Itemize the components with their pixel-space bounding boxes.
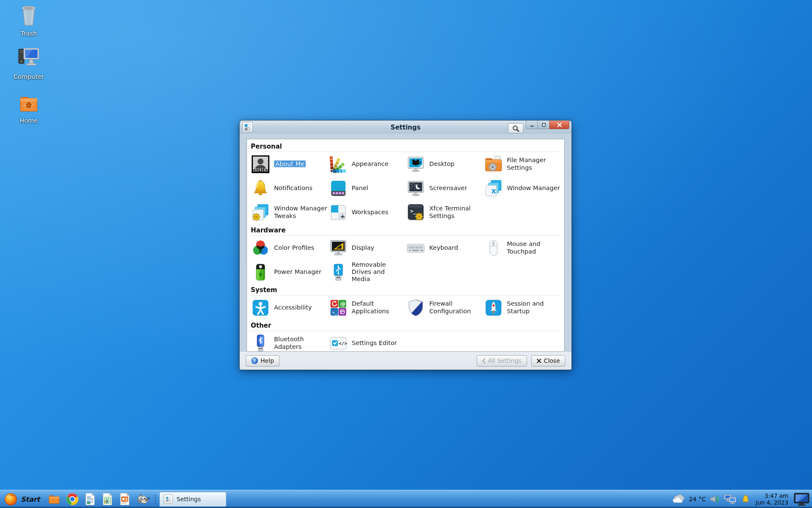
desktop: { "desktop": { "icons": [ { "label": "Tr… — [0, 0, 812, 508]
terminal-settings-icon: >_ — [406, 203, 425, 222]
close-button[interactable] — [549, 121, 569, 129]
settings-task-icon — [164, 494, 173, 504]
appearance-icon — [329, 155, 348, 174]
close-window-button[interactable]: Close — [531, 355, 565, 367]
taskbar-task-settings[interactable]: Settings — [159, 492, 226, 507]
settings-item-window-manager[interactable]: x Window Manager — [483, 176, 561, 200]
item-label: Window Manager — [507, 185, 560, 192]
item-label: Xfce Terminal Settings — [429, 205, 483, 219]
settings-item-default-applications[interactable]: @ >_ Default Applications — [328, 295, 406, 320]
all-settings-button[interactable]: All Settings — [477, 355, 527, 367]
clock-date: Jun 4, 2023 — [756, 499, 788, 506]
start-button[interactable]: Start — [3, 492, 44, 507]
settings-item-settings-editor[interactable]: </> Settings Editor — [328, 331, 406, 352]
settings-item-removable-drives-and-media[interactable]: Removable Drives and Media — [328, 260, 406, 284]
quick-launch — [48, 493, 150, 505]
chevron-left-icon — [482, 358, 486, 364]
notification-bell-indicator[interactable] — [741, 494, 750, 504]
impress-launcher[interactable] — [119, 493, 131, 505]
home-folder-icon — [18, 108, 39, 116]
clock[interactable]: 3:47 am Jun 4, 2023 — [756, 492, 788, 506]
search-button[interactable] — [508, 123, 524, 133]
settings-item-color-profiles[interactable]: Color Profiles — [250, 236, 328, 260]
notifications-bell-icon — [251, 179, 270, 198]
close-x-icon — [537, 359, 541, 363]
keyboard-icon — [406, 238, 425, 258]
titlebar[interactable]: Settings — [240, 121, 571, 134]
item-label: Appearance — [352, 160, 389, 168]
settings-item-session-and-startup[interactable]: Session and Startup — [483, 295, 561, 320]
settings-item-file-manager-settings[interactable]: File Manager Settings — [483, 152, 561, 176]
settings-item-window-manager-tweaks[interactable]: Window Manager Tweaks — [250, 200, 328, 224]
about-me-icon: 1829102 — [251, 155, 270, 174]
chrome-icon — [66, 493, 79, 505]
settings-item-about-me[interactable]: 1829102 About Me — [250, 152, 328, 176]
settings-item-display[interactable]: Display — [328, 236, 406, 260]
clock-time: 3:47 am — [756, 492, 788, 499]
weather-indicator[interactable]: 24 °C — [672, 494, 706, 504]
network-indicator[interactable] — [724, 494, 737, 504]
personal-items: 1829102 About Me — [250, 152, 561, 224]
taskbar-separator-handle[interactable] — [154, 494, 156, 504]
desktop-settings-icon — [406, 155, 425, 174]
minimize-button[interactable] — [526, 121, 538, 129]
svg-text:@: @ — [340, 301, 346, 307]
calc-launcher[interactable] — [102, 493, 113, 505]
close-icon — [557, 122, 562, 127]
gimp-launcher[interactable] — [136, 493, 150, 505]
firewall-shield-icon — [406, 298, 425, 318]
settings-app-icon — [242, 122, 253, 133]
gimp-icon — [136, 493, 150, 505]
settings-item-mouse-and-touchpad[interactable]: Mouse and Touchpad — [483, 236, 561, 260]
settings-item-screensaver[interactable]: Screensaver — [406, 176, 483, 200]
item-label: File Manager Settings — [507, 157, 560, 171]
settings-item-workspaces[interactable]: + Workspaces — [328, 200, 406, 224]
settings-item-desktop[interactable]: Desktop — [406, 152, 483, 176]
writer-launcher[interactable] — [84, 493, 96, 505]
impress-presentation-icon — [119, 493, 131, 505]
settings-item-accessibility[interactable]: Accessibility — [250, 295, 328, 320]
color-profiles-icon — [251, 238, 270, 258]
help-button[interactable]: ? Help — [246, 355, 280, 367]
display-settings-indicator[interactable] — [794, 493, 809, 506]
item-label: Session and Startup — [507, 300, 560, 315]
settings-item-appearance[interactable]: Appearance — [328, 152, 406, 176]
panel-icon — [329, 179, 348, 198]
removable-drives-icon — [329, 262, 348, 282]
hardware-items: Color Profiles Display — [250, 236, 561, 284]
item-label: Default Applications — [352, 300, 405, 315]
file-manager-launcher[interactable] — [48, 493, 60, 505]
item-label: Keyboard — [429, 244, 458, 251]
desktop-icon-label: Computer — [14, 73, 44, 80]
desktop-icon-home[interactable]: Home — [11, 93, 47, 124]
svg-text:>_: >_ — [410, 208, 417, 215]
settings-item-firewall-configuration[interactable]: Firewall Configuration — [406, 295, 483, 320]
desktop-icon-computer[interactable]: Computer — [11, 46, 47, 80]
item-label: Accessibility — [274, 304, 312, 311]
desktop-icon-label: Home — [20, 117, 38, 124]
weather-clouds-icon — [672, 494, 687, 504]
settings-editor-icon: </> — [329, 334, 348, 352]
network-computers-icon — [724, 494, 737, 504]
item-label: Bluetooth Adapters — [274, 336, 327, 350]
item-label: Mouse and Touchpad — [507, 240, 560, 255]
settings-item-power-manager[interactable]: Power Manager — [250, 260, 328, 284]
other-items: Bluetooth Adapters </> Settings Editor — [250, 331, 561, 352]
desktop-icon-trash[interactable]: Trash — [11, 4, 47, 37]
settings-item-bluetooth-adapters[interactable]: Bluetooth Adapters — [250, 331, 328, 352]
item-label: Firewall Configuration — [429, 300, 483, 315]
window-controls — [526, 121, 569, 129]
settings-item-panel[interactable]: Panel — [328, 176, 406, 200]
settings-item-notifications[interactable]: Notifications — [250, 176, 328, 200]
volume-indicator[interactable] — [710, 494, 720, 504]
maximize-button[interactable] — [538, 121, 550, 129]
task-label: Settings — [177, 496, 201, 502]
svg-text:</>: </> — [339, 341, 347, 346]
item-label: About Me — [274, 160, 306, 168]
file-manager-settings-icon — [484, 155, 503, 174]
svg-text:x: x — [491, 186, 496, 195]
chrome-launcher[interactable] — [66, 493, 79, 505]
settings-item-keyboard[interactable]: Keyboard — [406, 236, 483, 260]
settings-item-xfce-terminal-settings[interactable]: >_ Xfce Terminal — [406, 200, 483, 224]
search-icon — [512, 124, 520, 133]
